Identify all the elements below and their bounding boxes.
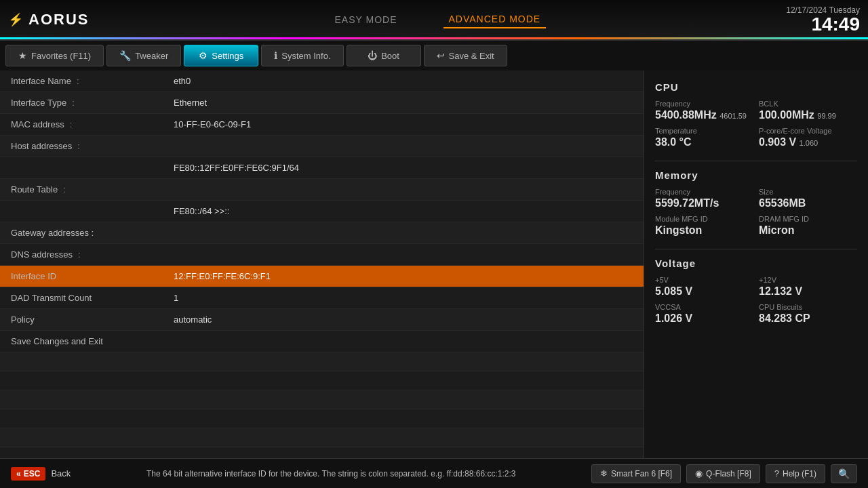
help-icon: ? [774,468,779,479]
plus5v-label: +5V [655,276,753,284]
tab-favorites[interactable]: ★ Favorites (F11) [5,45,104,66]
back-label: Back [51,468,71,479]
memory-frequency-label: Frequency [655,188,753,196]
settings-icon: ⚙ [199,50,208,61]
row-route-table[interactable]: Route Table : [0,179,644,201]
tab-save-exit-label: Save & Exit [449,51,494,61]
row-mac-address[interactable]: MAC address : 10-FF-E0-6C-09-F1 [0,114,644,136]
nav-bar: ★ Favorites (F11) 🔧 Tweaker ⚙ Settings ℹ… [0,41,868,70]
row-host-addresses[interactable]: Host addresses : [0,136,644,157]
boot-icon: ⏻ [368,50,377,61]
empty-row-5 [0,428,644,447]
policy-value: automatic [174,314,633,325]
esc-button[interactable]: « ESC [11,467,45,481]
row-interface-name[interactable]: Interface Name : eth0 [0,70,644,92]
aorus-logo-icon: ⚡ [8,12,23,27]
dns-addresses-label: DNS addresses : [11,249,174,260]
row-route-table-val: FE80::/64 >>:: [0,201,644,222]
row-policy[interactable]: Policy automatic [0,309,644,331]
row-dns-addresses[interactable]: DNS addresses : [0,244,644,266]
brand-name: AORUS [28,11,89,28]
mac-address-value: 10-FF-E0-6C-09-F1 [174,119,633,129]
qflash-button[interactable]: ◉ Q-Flash [F8] [686,464,760,483]
help-label: Help (F1) [783,469,816,479]
save-changes-label: Save Changes and Exit [11,336,174,346]
memory-section: Memory Frequency 5599.72MT/s Size 65536M… [655,169,857,237]
vccsa: VCCSA 1.026 V [655,303,753,325]
dram-mfg-label: DRAM MFG ID [759,215,857,223]
cpu-frequency: Frequency 5400.88MHz 4601.59 [655,100,753,121]
tab-settings[interactable]: ⚙ Settings [184,45,258,66]
bottom-bar: « ESC Back The 64 bit alternative interf… [0,458,868,488]
smart-fan-button[interactable]: ❄ Smart Fan 6 [F6] [591,464,681,483]
tab-boot[interactable]: ⏻ Boot [347,45,421,66]
tab-save-exit[interactable]: ↩ Save & Exit [424,45,507,66]
tab-tweaker[interactable]: 🔧 Tweaker [106,45,181,66]
interface-id-label: Interface ID [11,271,174,281]
cpu-bclk-label: BCLK [759,100,857,108]
system-stats-panel: CPU Frequency 5400.88MHz 4601.59 BCLK 10… [644,70,868,488]
cpu-voltage: P-core/E-core Voltage 0.903 V 1.060 [759,127,857,148]
sysinfo-icon: ℹ [274,50,277,61]
policy-label: Policy [11,314,174,325]
row-gateway-addresses[interactable]: Gateway addresses : [0,222,644,244]
plus12v: +12V 12.132 V [759,276,857,298]
help-button[interactable]: ? Help (F1) [766,464,825,483]
tab-settings-label: Settings [212,51,243,61]
main-content: Interface Name : eth0 Interface Type : E… [0,70,868,488]
empty-row-4 [0,409,644,428]
description-text: The 64 bit alternative interface ID for … [71,469,591,479]
interface-type-value: Ethernet [174,98,633,108]
cpu-temperature: Temperature 38.0 °C [655,127,753,148]
row-interface-type[interactable]: Interface Type : Ethernet [0,92,644,114]
dad-transmit-value: 1 [174,293,633,303]
easy-mode-btn[interactable]: EASY MODE [330,12,403,28]
row-interface-id[interactable]: Interface ID 12:FF:E0:FF:FE:6C:9:F1 [0,266,644,287]
voltage-title: Voltage [655,258,857,269]
module-mfg-label: Module MFG ID [655,215,753,223]
cpu-bclk-value: 100.00MHz 99.99 [759,109,857,121]
qflash-icon: ◉ [695,468,703,479]
plus5v-value: 5.085 V [655,285,753,298]
tweaker-icon: 🔧 [119,50,131,61]
memory-size-label: Size [759,188,857,196]
cpu-voltage-value: 0.903 V 1.060 [759,136,857,148]
bottom-right-buttons: ❄ Smart Fan 6 [F6] ◉ Q-Flash [F8] ? Help… [591,464,857,483]
plus12v-label: +12V [759,276,857,284]
memory-title: Memory [655,169,857,181]
cpu-section: CPU Frequency 5400.88MHz 4601.59 BCLK 10… [655,81,857,148]
mode-selector: EASY MODE ADVANCED MODE [330,11,547,28]
favorites-icon: ★ [18,50,27,61]
vccsa-value: 1.026 V [655,312,753,325]
interface-type-label: Interface Type : [11,98,174,108]
memory-size: Size 65536MB [759,188,857,209]
plus5v: +5V 5.085 V [655,276,753,298]
cpu-stats: Frequency 5400.88MHz 4601.59 BCLK 100.00… [655,100,857,148]
advanced-mode-btn[interactable]: ADVANCED MODE [443,11,547,28]
cpu-biscuits-value: 84.283 CP [759,312,857,325]
plus12v-value: 12.132 V [759,285,857,298]
memory-frequency: Frequency 5599.72MT/s [655,188,753,209]
cpu-bclk: BCLK 100.00MHz 99.99 [759,100,857,121]
vccsa-label: VCCSA [655,303,753,311]
tab-boot-label: Boot [381,51,399,61]
bottom-left: « ESC Back [11,467,71,481]
route-table-label: Route Table : [11,184,174,195]
voltage-stats: +5V 5.085 V +12V 12.132 V VCCSA 1.026 V … [655,276,857,325]
search-button[interactable]: 🔍 [831,464,857,483]
cpu-frequency-label: Frequency [655,100,753,108]
divider-2 [655,249,857,249]
row-host-addr-val: FE80::12FF:E0FF:FE6C:9F1/64 [0,157,644,179]
settings-panel: Interface Name : eth0 Interface Type : E… [0,70,644,488]
host-addresses-label: Host addresses : [11,141,174,151]
module-mfg-value: Kingston [655,224,753,237]
header: ⚡ AORUS EASY MODE ADVANCED MODE 12/17/20… [0,0,868,41]
interface-id-value: 12:FF:E0:FF:FE:6C:9:F1 [174,271,633,281]
cpu-biscuits: CPU Biscuits 84.283 CP [759,303,857,325]
row-dad-transmit[interactable]: DAD Transmit Count 1 [0,287,644,309]
cpu-temperature-label: Temperature [655,127,753,135]
host-addr-full: FE80::12FF:E0FF:FE6C:9F1/64 [174,163,633,173]
row-save-changes[interactable]: Save Changes and Exit [0,331,644,352]
tab-sysinfo[interactable]: ℹ System Info. [261,45,343,66]
clock: 12/17/2024 Tuesday 14:49 [786,5,860,34]
